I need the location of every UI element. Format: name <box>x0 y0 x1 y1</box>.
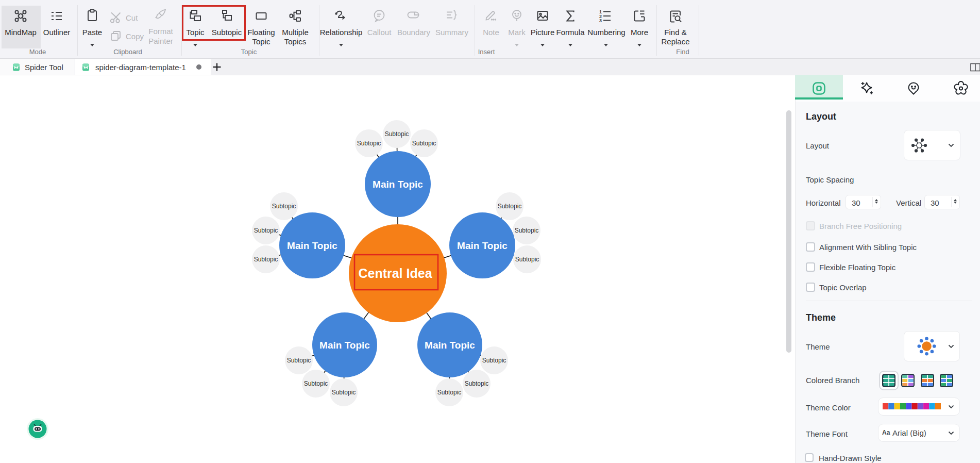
svg-text:Subtopic: Subtopic <box>515 256 539 263</box>
svg-text:Central Idea: Central Idea <box>358 266 432 280</box>
svg-text:Subtopic: Subtopic <box>332 389 356 396</box>
svg-text:Subtopic: Subtopic <box>287 357 311 364</box>
svg-text:Subtopic: Subtopic <box>465 380 489 387</box>
svg-text:Subtopic: Subtopic <box>254 256 278 263</box>
svg-text:Subtopic: Subtopic <box>515 227 539 234</box>
svg-text:Main Topic: Main Topic <box>373 179 423 190</box>
svg-text:Subtopic: Subtopic <box>498 203 522 210</box>
svg-text:Main Topic: Main Topic <box>319 340 370 351</box>
svg-text:Subtopic: Subtopic <box>254 227 278 234</box>
svg-text:Subtopic: Subtopic <box>385 130 409 138</box>
svg-text:Main Topic: Main Topic <box>457 240 508 251</box>
svg-text:Subtopic: Subtopic <box>304 380 328 387</box>
svg-text:Subtopic: Subtopic <box>357 140 381 147</box>
svg-text:Subtopic: Subtopic <box>482 357 506 364</box>
svg-text:Subtopic: Subtopic <box>412 140 436 147</box>
svg-text:Subtopic: Subtopic <box>272 203 296 210</box>
svg-text:Main Topic: Main Topic <box>287 240 337 251</box>
svg-text:Main Topic: Main Topic <box>425 340 475 351</box>
svg-text:Subtopic: Subtopic <box>437 389 462 396</box>
